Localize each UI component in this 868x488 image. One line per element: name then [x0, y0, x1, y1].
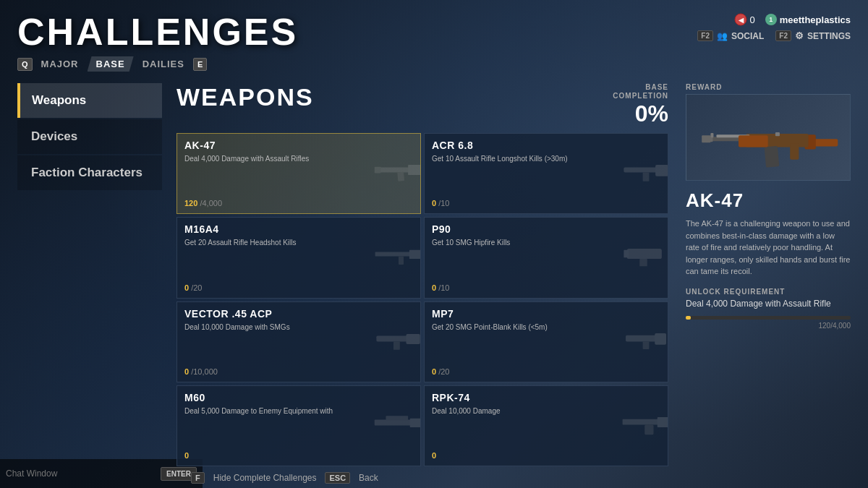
weapon-card-progress: 0 /20 [432, 367, 660, 376]
tab-major[interactable]: MAJOR [35, 57, 85, 71]
currency-value: 0 [750, 14, 755, 25]
weapon-card-progress: 0 [432, 451, 660, 460]
svg-rect-22 [386, 416, 409, 420]
completion-label: BASECOMPLETION [613, 83, 668, 100]
top-right: ◀ 0 1 meettheplastics F2 👥 SOCIAL F2 ⚙ [697, 13, 851, 41]
hide-key: F [191, 472, 205, 484]
weapon-card-name: MP7 [432, 308, 660, 320]
weapon-card-progress: 120 /4,000 [184, 199, 413, 207]
settings-button[interactable]: F2 ⚙ SETTINGS [775, 30, 851, 41]
page-title: CHALLENGES [17, 13, 298, 51]
footer-bar: F Hide Complete Challenges ESC Back [176, 466, 668, 488]
settings-label: SETTINGS [807, 31, 851, 41]
gun-silhouette-icon [373, 158, 421, 190]
svg-rect-4 [397, 172, 404, 181]
reward-image-box [686, 94, 851, 181]
unlock-req-label: UNLOCK REQUIREMENT [686, 288, 851, 296]
weapon-card-name: AK-47 [184, 140, 413, 151]
weapons-header: WEAPONS BASECOMPLETION 0% [176, 83, 668, 127]
center-panel: WEAPONS BASECOMPLETION 0% AK-47 Deal 4,0… [162, 77, 677, 488]
right-panel: REWARD [677, 77, 851, 488]
svg-rect-37 [775, 132, 780, 136]
weapon-card-name: M16A4 [184, 223, 413, 235]
weapon-card-name: M60 [184, 392, 413, 403]
svg-rect-19 [643, 341, 650, 349]
weapon-card[interactable]: P90 Get 10 SMG Hipfire Kills 0 /10 [424, 217, 668, 298]
main-content: Weapons Devices Faction Characters WEAPO… [0, 77, 868, 488]
weapon-reward-image [694, 103, 841, 171]
tab-bar: Q MAJOR BASE DAILIES E [17, 56, 298, 72]
svg-rect-20 [655, 333, 666, 345]
tab-key-e: E [193, 58, 207, 71]
username: meettheplastics [780, 14, 851, 25]
svg-rect-17 [407, 334, 420, 344]
gun-silhouette-icon [621, 409, 668, 442]
social-key: F2 [697, 30, 713, 41]
weapon-card[interactable]: AK-47 Deal 4,000 Damage with Assault Rif… [176, 133, 421, 214]
hide-label[interactable]: Hide Complete Challenges [213, 473, 317, 483]
svg-rect-25 [644, 424, 653, 435]
tab-dailies[interactable]: DAILIES [137, 57, 190, 71]
svg-rect-35 [739, 135, 768, 147]
svg-rect-15 [376, 335, 408, 341]
sidebar-item-devices[interactable]: Devices [17, 119, 162, 154]
progress-numbers: 120/4,000 [686, 322, 851, 330]
progress-bar-container [686, 316, 851, 320]
svg-rect-7 [643, 173, 650, 181]
progress-current: 120 [819, 322, 831, 330]
tab-key-q: Q [17, 58, 33, 71]
weapon-card[interactable]: MP7 Get 20 SMG Point-Blank Kills (<5m) 0… [424, 301, 668, 382]
level-icon: 1 [765, 14, 777, 25]
weapon-detail-name: AK-47 [686, 189, 851, 212]
svg-rect-13 [639, 259, 647, 267]
progress-total: 4,000 [833, 322, 851, 330]
currency-bar: ◀ 0 1 meettheplastics [734, 13, 851, 26]
svg-rect-24 [623, 419, 660, 425]
gun-silhouette-icon [373, 241, 421, 274]
weapon-card-progress: 0 /20 [184, 283, 413, 292]
top-bar: CHALLENGES Q MAJOR BASE DAILIES E ◀ 0 [0, 0, 868, 77]
svg-rect-12 [627, 249, 662, 259]
title-area: CHALLENGES Q MAJOR BASE DAILIES E [17, 13, 298, 72]
svg-rect-14 [624, 250, 629, 258]
weapon-card[interactable]: Vector .45 ACP Deal 10,000 Damage with S… [176, 301, 421, 382]
weapon-card[interactable]: M60 Deal 5,000 Damage to Enemy Equipment… [176, 385, 421, 466]
svg-rect-33 [765, 146, 780, 168]
gear-icon: ⚙ [795, 30, 804, 41]
sidebar-item-faction-characters[interactable]: Faction Characters [17, 155, 162, 190]
svg-rect-38 [702, 135, 710, 142]
svg-text:◀: ◀ [737, 17, 744, 24]
social-label: SOCIAL [731, 31, 764, 41]
sidebar-item-weapons[interactable]: Weapons [17, 83, 162, 118]
svg-rect-9 [375, 252, 412, 257]
social-icon: 👥 [717, 31, 728, 41]
weapons-section-title: WEAPONS [176, 83, 314, 111]
gun-silhouette-icon [373, 409, 421, 442]
reward-label: REWARD [686, 83, 851, 91]
weapon-card-name: P90 [432, 223, 660, 235]
gun-silhouette-icon [621, 241, 668, 274]
svg-rect-23 [410, 419, 421, 427]
svg-rect-6 [624, 168, 658, 173]
weapon-card[interactable]: M16A4 Get 20 Assault Rifle Headshot Kill… [176, 217, 421, 298]
currency-icon: ◀ [734, 13, 747, 26]
weapon-card[interactable]: RPK-74 Deal 10,000 Damage 0 [424, 385, 668, 466]
weapon-detail-desc: The AK-47 is a challenging weapon to use… [686, 218, 851, 278]
weapon-card[interactable]: ACR 6.8 Get 10 Assault Rifle Longshot Ki… [424, 133, 668, 214]
progress-bar-fill [686, 316, 691, 320]
back-label[interactable]: Back [359, 473, 378, 483]
weapon-card-name: RPK-74 [432, 392, 660, 403]
svg-rect-16 [393, 341, 400, 349]
tab-base[interactable]: BASE [88, 56, 134, 72]
svg-rect-10 [399, 257, 404, 265]
weapon-card-name: Vector .45 ACP [184, 308, 413, 320]
social-button[interactable]: F2 👥 SOCIAL [697, 30, 764, 41]
weapon-card-progress: 0 /10,000 [184, 367, 413, 376]
svg-rect-2 [376, 168, 411, 173]
weapon-card-progress: 0 /10 [432, 283, 660, 292]
settings-key: F2 [775, 30, 791, 41]
svg-rect-11 [409, 250, 421, 259]
nav-buttons: F2 👥 SOCIAL F2 ⚙ SETTINGS [697, 30, 851, 41]
weapon-card-name: ACR 6.8 [432, 140, 660, 151]
weapon-card-progress: 0 [184, 451, 413, 460]
